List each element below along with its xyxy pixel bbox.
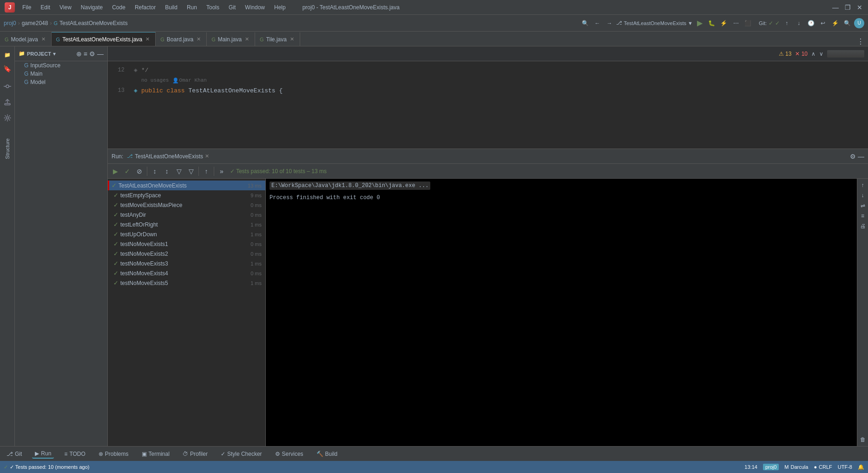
tab-tile-java[interactable]: G Tile.java ✕: [255, 32, 300, 46]
activity-commit-icon[interactable]: [1, 80, 14, 93]
collapse-icon[interactable]: ∨: [819, 51, 823, 57]
nav-file[interactable]: TestAtLeastOneMoveExists: [59, 20, 128, 26]
nav-undo-icon[interactable]: ↩: [818, 18, 828, 28]
menu-git[interactable]: Git: [225, 3, 239, 12]
git-push-icon[interactable]: ↑: [782, 18, 792, 28]
status-test-result[interactable]: ✓ ✓ Tests passed: 10 (moments ago): [4, 464, 89, 470]
bottom-problems-item[interactable]: ⊗ Problems: [96, 450, 132, 458]
run-cancel-button[interactable]: ⊘: [134, 166, 145, 177]
bottom-git-item[interactable]: ⎇ Git: [4, 450, 25, 458]
status-utf8[interactable]: UTF-8: [838, 464, 852, 470]
nav-search2-icon[interactable]: 🔍: [842, 18, 852, 28]
nav-forward-icon[interactable]: →: [604, 18, 614, 28]
panel-close-icon[interactable]: —: [97, 50, 104, 58]
menu-help[interactable]: Help: [270, 3, 289, 12]
run-more-button[interactable]: »: [216, 166, 227, 177]
menu-navigate[interactable]: Navigate: [77, 3, 106, 12]
run-filter1-button[interactable]: ▽: [173, 166, 184, 177]
tree-item-inputsource[interactable]: G InputSource: [15, 61, 107, 70]
label-structure[interactable]: Structure: [3, 135, 12, 163]
bottom-todo-item[interactable]: ≡ TODO: [61, 450, 88, 458]
activity-pull-icon[interactable]: [1, 96, 14, 109]
tab-tile-close[interactable]: ✕: [289, 36, 295, 42]
tab-model-close[interactable]: ✕: [40, 36, 46, 42]
test-item-4[interactable]: ✓ testUpOrDown 1 ms: [108, 229, 265, 239]
nav-avatar-icon[interactable]: U: [854, 18, 864, 28]
panel-sync-icon[interactable]: ⊕: [76, 50, 82, 58]
minimize-button[interactable]: —: [832, 4, 839, 11]
menu-view[interactable]: View: [56, 3, 75, 12]
menu-edit[interactable]: Edit: [37, 3, 54, 12]
nav-project[interactable]: proj0: [4, 20, 16, 26]
status-project[interactable]: proj0: [763, 464, 779, 470]
activity-bookmark-icon[interactable]: 🔖: [1, 62, 14, 75]
code-editor[interactable]: 12 ◈ */ no usages 👤 Omar Khan 13 ◈ publi…: [108, 61, 868, 149]
tab-board-java[interactable]: G Board.java ✕: [156, 32, 207, 46]
run-right-scroll-icon[interactable]: ≡: [858, 211, 868, 220]
nav-search-icon[interactable]: 🔍: [580, 18, 590, 28]
run-filter2-button[interactable]: ▽: [185, 166, 197, 177]
bottom-run-item[interactable]: ▶ Run: [32, 449, 54, 459]
project-dropdown-icon[interactable]: ▾: [53, 51, 56, 57]
nav-debug-icon[interactable]: 🐛: [707, 18, 717, 28]
run-sort1-button[interactable]: ↕: [149, 166, 160, 177]
bottom-services-item[interactable]: ⚙ Services: [272, 450, 306, 458]
tab-main-close[interactable]: ✕: [244, 36, 250, 42]
tab-test-java[interactable]: G TestAtLeastOneMoveExists.java ✕: [52, 32, 156, 46]
panel-collapse-icon[interactable]: ≡: [84, 50, 87, 58]
tab-board-close[interactable]: ✕: [196, 36, 202, 42]
activity-settings-icon[interactable]: [1, 111, 14, 124]
close-button[interactable]: ✕: [856, 4, 863, 11]
nav-back-icon[interactable]: ←: [592, 18, 602, 28]
run-check-button[interactable]: ✓: [122, 166, 133, 177]
run-play-button[interactable]: ▶: [110, 166, 121, 177]
bottom-terminal-item[interactable]: ▣ Terminal: [139, 450, 172, 458]
panel-settings-icon[interactable]: ⚙: [89, 50, 95, 58]
menu-window[interactable]: Window: [241, 3, 269, 12]
run-up-button[interactable]: ↑: [201, 166, 212, 177]
tab-main-java[interactable]: G Main.java ✕: [207, 32, 255, 46]
nav-coverage-icon[interactable]: ⚡: [719, 18, 729, 28]
menu-file[interactable]: File: [19, 3, 35, 12]
nav-stop-icon[interactable]: ⬛: [743, 18, 753, 28]
activity-project-icon[interactable]: 📁: [1, 48, 14, 61]
run-tab-name[interactable]: ⎇ TestAtLeastOneMoveExists ✕: [127, 153, 209, 160]
tab-test-close[interactable]: ✕: [145, 36, 151, 42]
tree-item-model[interactable]: G Model: [15, 78, 107, 86]
nav-run-icon[interactable]: ▶: [695, 18, 705, 28]
nav-more-icon[interactable]: ⋯: [731, 18, 741, 28]
bottom-profiler-item[interactable]: ⏱ Profiler: [180, 450, 210, 458]
nav-game[interactable]: game2048: [22, 20, 48, 26]
run-right-wrap-icon[interactable]: ⇌: [858, 201, 868, 210]
menu-run[interactable]: Run: [183, 3, 201, 12]
tab-more-button[interactable]: ⋮: [853, 37, 868, 46]
test-item-3[interactable]: ✓ testLeftOrRight 1 ms: [108, 220, 265, 229]
menu-refactor[interactable]: Refactor: [131, 3, 159, 12]
nav-branch[interactable]: ⎇ TestAtLeastOneMoveExists ▼: [616, 20, 692, 26]
nav-translate-icon[interactable]: ⚡: [830, 18, 840, 28]
test-item-1[interactable]: ✓ testMoveExistsMaxPiece 0 ms: [108, 200, 265, 210]
bottom-build-item[interactable]: 🔨 Build: [314, 450, 341, 458]
git-pull-icon[interactable]: ↓: [794, 18, 804, 28]
nav-clock-icon[interactable]: 🕐: [806, 18, 816, 28]
menu-code[interactable]: Code: [108, 3, 129, 12]
menu-build[interactable]: Build: [161, 3, 181, 12]
run-tab-close[interactable]: ✕: [205, 153, 209, 159]
run-panel-minimize-icon[interactable]: —: [858, 153, 864, 160]
bottom-stylechecker-item[interactable]: ✓ Style Checker: [218, 450, 265, 458]
test-class-item[interactable]: ✓ TestAtLeastOneMoveExists 13 ms: [108, 181, 265, 190]
tree-item-main[interactable]: G Main: [15, 70, 107, 78]
test-item-2[interactable]: ✓ testAnyDir 0 ms: [108, 210, 265, 220]
status-encoding[interactable]: ● CRLF: [814, 464, 832, 470]
status-time[interactable]: 13:14: [744, 464, 757, 470]
maximize-button[interactable]: ❐: [844, 4, 851, 11]
test-item-6[interactable]: ✓ testNoMoveExists2 0 ms: [108, 249, 265, 259]
run-right-down-icon[interactable]: ↓: [858, 191, 868, 200]
status-theme[interactable]: M Darcula: [784, 464, 808, 470]
menu-tools[interactable]: Tools: [203, 3, 223, 12]
expand-icon[interactable]: ∧: [811, 51, 815, 57]
test-item-9[interactable]: ✓ testNoMoveExists5 1 ms: [108, 278, 265, 288]
status-notifications[interactable]: 🔔: [858, 464, 864, 470]
test-item-5[interactable]: ✓ testNoMoveExists1 0 ms: [108, 239, 265, 249]
run-right-print-icon[interactable]: 🖨: [858, 221, 868, 231]
